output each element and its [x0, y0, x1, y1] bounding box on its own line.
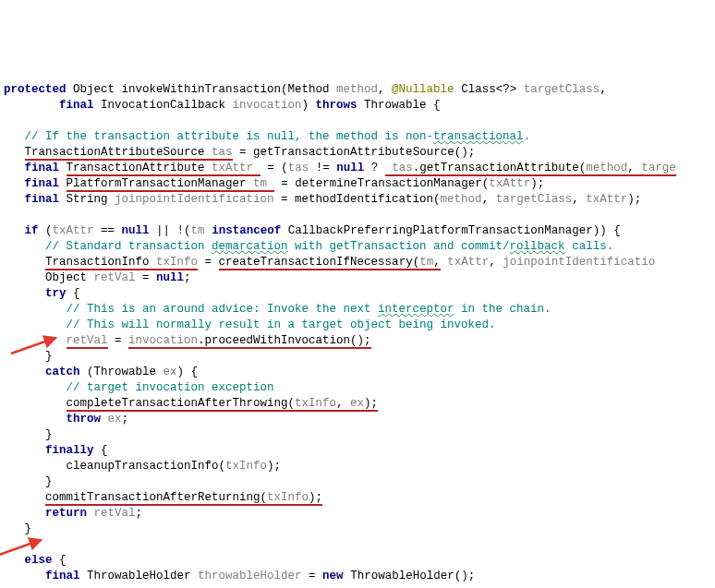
line: final String joinpointIdentification = m… [4, 193, 641, 206]
line: // This will normally result in a target… [4, 318, 496, 331]
line: if (txAttr == null || !(tm instanceof Ca… [4, 224, 621, 237]
line: catch (Throwable ex) { [4, 366, 198, 378]
code-block: protected Object invokeWithinTransaction… [4, 66, 715, 588]
red-underline: completeTransactionAfterThrowing(txInfo,… [67, 397, 379, 412]
red-underline: commitTransactionAfterReturning(txInfo); [45, 491, 322, 506]
line: // target invocation exception [4, 381, 274, 394]
red-underline: createTransactionIfNecessary(tm, [219, 256, 441, 270]
line: Object retVal = null; [4, 271, 191, 284]
red-underline: TransactionAttributeSource tas [25, 146, 233, 161]
line: protected Object invokeWithinTransaction… [4, 83, 607, 96]
red-underline: TransactionAttribute txAttr [67, 162, 261, 176]
line: finally { [4, 444, 108, 457]
line: } [4, 522, 31, 535]
line: final ThrowableHolder throwableHolder = … [4, 570, 475, 582]
line: try { [4, 287, 80, 300]
line: final PlatformTransactionManager tm = de… [4, 177, 544, 192]
line: TransactionAttributeSource tas = getTran… [4, 146, 475, 161]
comment: // This is an around advice: Invoke the … [67, 303, 551, 316]
line: } [4, 428, 53, 441]
annotation-nullable: @Nullable [392, 83, 454, 96]
red-underline: invocation.proceedWithInvocation(); [128, 334, 371, 349]
keyword-protected: protected [4, 83, 67, 96]
comment: // Standard transaction demarcation with… [45, 240, 613, 253]
comment: // target invocation exception [67, 381, 274, 394]
red-underline: tas.getTransactionAttribute(method, targ… [385, 162, 676, 176]
line: } [4, 475, 53, 488]
line: cleanupTransactionInfo(txInfo); [4, 460, 281, 473]
line: } [4, 350, 53, 363]
line: // This is an around advice: Invoke the … [4, 303, 551, 316]
line: final TransactionAttribute txAttr = (tas… [4, 162, 676, 176]
line: throw ex; [4, 413, 128, 426]
line: // Standard transaction demarcation with… [4, 240, 613, 253]
line: else { [4, 554, 67, 567]
red-underline: TransactionInfo txInfo [45, 256, 198, 270]
comment: // If the transaction attribute is null,… [25, 130, 531, 143]
line: commitTransactionAfterReturning(txInfo); [4, 491, 322, 506]
red-underline: PlatformTransactionManager tm [67, 177, 274, 192]
comment: // This will normally result in a target… [67, 318, 496, 331]
line: final InvocationCallback invocation) thr… [4, 99, 441, 112]
line: retVal = invocation.proceedWithInvocatio… [4, 334, 371, 349]
red-underline: retVal [67, 334, 108, 349]
line: completeTransactionAfterThrowing(txInfo,… [4, 397, 378, 412]
line: TransactionInfo txInfo = createTransacti… [4, 256, 655, 270]
line: return retVal; [4, 507, 142, 520]
line: // If the transaction attribute is null,… [4, 130, 530, 143]
